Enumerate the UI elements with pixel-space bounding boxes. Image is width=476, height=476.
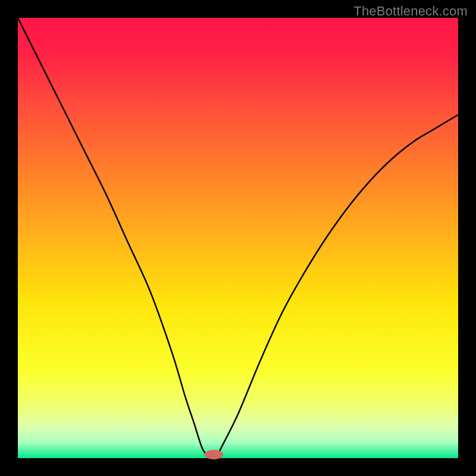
bottleneck-curve — [18, 18, 458, 459]
curve-layer — [18, 18, 458, 458]
optimal-marker — [205, 450, 223, 459]
chart-container: TheBottleneck.com — [0, 0, 476, 476]
plot-area — [18, 18, 458, 458]
watermark-text: TheBottleneck.com — [353, 4, 468, 19]
